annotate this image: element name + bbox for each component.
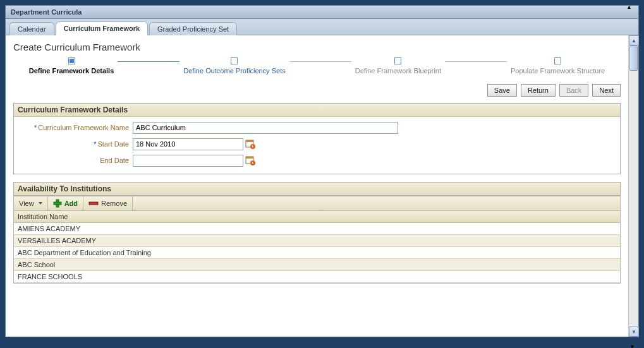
- wizard-connector: [445, 61, 507, 62]
- remove-button[interactable]: Remove: [83, 196, 133, 210]
- minus-icon: [88, 201, 99, 205]
- wizard-box-icon: [68, 57, 75, 64]
- svg-rect-1: [246, 140, 253, 142]
- details-panel: Curriculum Framework Details *Curriculum…: [13, 103, 621, 174]
- details-panel-header: Curriculum Framework Details: [14, 104, 620, 117]
- vertical-scrollbar[interactable]: ▲ ▼: [628, 35, 638, 337]
- wizard-step-outcome-sets[interactable]: Define Outcome Proficiency Sets: [183, 57, 285, 75]
- availability-panel: Availability To Institutions View Add Re…: [13, 182, 621, 284]
- wizard-box-icon: [231, 57, 238, 64]
- grid-column-header[interactable]: Institution Name: [14, 211, 620, 223]
- svg-rect-9: [252, 163, 253, 164]
- wizard-box-icon: [394, 57, 401, 64]
- save-button[interactable]: Save: [487, 84, 517, 97]
- return-button[interactable]: Return: [521, 84, 556, 97]
- tab-graded-proficiency-set[interactable]: Graded Proficiency Set: [149, 22, 237, 35]
- view-menu-button[interactable]: View: [14, 196, 48, 210]
- inner-content: Create Curriculum Framework Define Frame…: [6, 35, 628, 337]
- content-frame: Calendar Curriculum Framework Graded Pro…: [5, 19, 639, 337]
- action-button-row: Save Return Back Next: [13, 84, 621, 97]
- calendar-icon[interactable]: [245, 155, 256, 166]
- scroll-thumb[interactable]: [629, 45, 638, 71]
- institutions-grid: Institution Name AMIENS ACADEMY VERSAILL…: [13, 211, 621, 284]
- start-date-input[interactable]: [133, 138, 243, 150]
- availability-panel-header: Availability To Institutions: [13, 182, 621, 196]
- wizard-connector: [118, 61, 179, 62]
- end-date-label: End Date: [19, 157, 133, 164]
- tab-curriculum-framework[interactable]: Curriculum Framework: [56, 21, 148, 35]
- next-button[interactable]: Next: [592, 84, 621, 97]
- window-title-bar: Department Curricula: [5, 5, 639, 19]
- svg-rect-6: [246, 157, 253, 159]
- table-row[interactable]: ABC School: [14, 259, 620, 271]
- wizard-step-populate: Populate Framework Structure: [511, 57, 605, 75]
- plus-icon: [53, 199, 62, 208]
- scroll-track[interactable]: [629, 45, 638, 327]
- scroll-down-icon[interactable]: ▼: [629, 327, 639, 337]
- svg-rect-12: [89, 202, 98, 205]
- table-row[interactable]: AMIENS ACADEMY: [14, 223, 620, 235]
- wizard-step-details[interactable]: Define Framework Details: [29, 57, 114, 75]
- back-button: Back: [559, 84, 588, 97]
- tab-calendar[interactable]: Calendar: [9, 22, 54, 35]
- page-title: Create Curriculum Framework: [13, 42, 621, 52]
- collapse-up-icon[interactable]: [626, 4, 635, 10]
- start-date-label: *Start Date: [19, 140, 133, 148]
- wizard-connector: [289, 61, 351, 62]
- wizard-step-blueprint: Define Framework Blueprint: [355, 57, 441, 75]
- expand-down-icon[interactable]: [629, 344, 635, 348]
- table-row[interactable]: VERSAILLES ACADEMY: [14, 235, 620, 247]
- svg-rect-4: [252, 147, 253, 147]
- scroll-up-icon[interactable]: ▲: [629, 35, 639, 45]
- wizard: Define Framework Details Define Outcome …: [13, 57, 621, 79]
- wizard-box-icon: [554, 57, 561, 64]
- table-row[interactable]: ABC Department of Education and Training: [14, 247, 620, 259]
- framework-name-label: *Curriculum Framework Name: [19, 124, 133, 131]
- tab-strip: Calendar Curriculum Framework Graded Pro…: [6, 19, 638, 35]
- end-date-input[interactable]: [133, 155, 243, 167]
- framework-name-input[interactable]: [133, 122, 398, 134]
- availability-toolbar: View Add Remove: [13, 196, 621, 211]
- svg-rect-11: [54, 202, 61, 205]
- window-title: Department Curricula: [11, 8, 82, 16]
- table-row[interactable]: FRANCE SCHOOLS: [14, 271, 620, 283]
- add-button[interactable]: Add: [48, 196, 83, 210]
- calendar-icon[interactable]: [245, 138, 256, 150]
